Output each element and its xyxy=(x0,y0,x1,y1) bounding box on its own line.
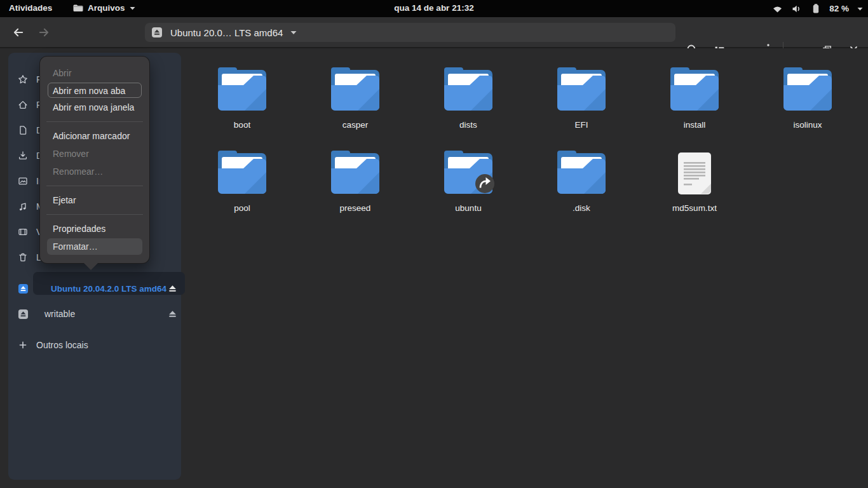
drive-icon xyxy=(151,27,163,38)
video-icon xyxy=(18,227,28,237)
location-label: Ubuntu 20.0… LTS amd64 xyxy=(170,27,283,38)
trash-icon xyxy=(18,252,28,262)
symlink-emblem-icon xyxy=(475,174,494,193)
menu-item-abrir-em-nova-aba[interactable]: Abrir em nova aba xyxy=(48,83,142,98)
menu-item-ejetar[interactable]: Ejetar xyxy=(40,191,149,209)
menu-item-adicionar-marcador[interactable]: Adicionar marcador xyxy=(40,127,149,145)
device-label: writable xyxy=(44,309,75,319)
file-grid: boot casper dists EFI install isolinux p… xyxy=(186,61,864,227)
menu-separator xyxy=(46,214,143,215)
drive-icon xyxy=(18,309,29,320)
file-name-label: install xyxy=(684,120,706,130)
menu-item-renomear: Renomear… xyxy=(40,163,149,180)
folder-item-casper[interactable]: casper xyxy=(299,61,412,144)
file-name-label: ubuntu xyxy=(455,203,481,213)
file-name-label: pool xyxy=(234,203,250,213)
folder-icon xyxy=(780,65,836,112)
volume-icon xyxy=(791,4,803,14)
folder-item-install[interactable]: install xyxy=(638,61,751,144)
sidebar-device-writable[interactable]: writable xyxy=(18,302,172,325)
shell-top-bar: Atividades Arquivos qua 14 de abr 21:32 xyxy=(0,0,868,17)
eject-button[interactable] xyxy=(167,283,177,294)
file-item-md5sum.txt[interactable]: md5sum.txt xyxy=(638,144,751,227)
location-bar-button[interactable]: Ubuntu 20.0… LTS amd64 xyxy=(145,23,675,42)
file-name-label: EFI xyxy=(574,120,588,130)
drive-icon xyxy=(18,283,29,294)
folder-icon xyxy=(214,148,270,195)
file-name-label: isolinux xyxy=(793,120,822,130)
folder-item-dot-disk[interactable]: .disk xyxy=(525,144,638,227)
sidebar-device-ubuntu-iso[interactable]: Ubuntu 20.04.2.0 LTS amd64 xyxy=(18,277,172,300)
folder-item-isolinux[interactable]: isolinux xyxy=(751,61,864,144)
shell-clock[interactable]: qua 14 de abr 21:32 xyxy=(0,3,868,13)
window-content: FavoritosPasta pessoalDocumentosDownload… xyxy=(0,48,868,488)
battery-icon xyxy=(811,3,821,14)
menu-item-propriedades[interactable]: Propriedades xyxy=(40,220,149,238)
music-icon xyxy=(18,201,28,212)
folder-item-ubuntu[interactable]: ubuntu xyxy=(412,144,525,227)
folder-icon xyxy=(327,65,383,112)
eject-button[interactable] xyxy=(167,309,177,319)
menu-item-abrir-em-nova-janela[interactable]: Abrir em nova janela xyxy=(40,98,149,116)
textfile-icon xyxy=(667,148,722,195)
folder-item-dists[interactable]: dists xyxy=(412,61,525,144)
wifi-icon xyxy=(772,4,783,14)
chevron-down-icon xyxy=(857,7,863,11)
file-name-label: md5sum.txt xyxy=(672,203,717,213)
image-icon xyxy=(18,176,28,186)
file-name-label: .disk xyxy=(573,203,590,213)
menu-item-abrir: Abrir xyxy=(40,64,149,82)
context-menu: AbrirAbrir em nova abaAbrir em nova jane… xyxy=(39,56,150,264)
header-bar: Ubuntu 20.0… LTS amd64 xyxy=(0,17,868,48)
menu-item-remover: Remover xyxy=(40,145,149,163)
folder-item-preseed[interactable]: preseed xyxy=(299,144,412,227)
back-button[interactable] xyxy=(13,27,24,38)
folder-icon xyxy=(440,65,496,112)
download-icon xyxy=(18,151,28,161)
chevron-down-icon xyxy=(290,30,297,35)
file-name-label: boot xyxy=(234,120,250,130)
sidebar-item-other-locations[interactable]: Outros locais xyxy=(8,332,181,358)
folder-item-EFI[interactable]: EFI xyxy=(525,61,638,144)
sidebar-item-label: Outros locais xyxy=(36,340,88,350)
menu-item-formatar[interactable]: Formatar… xyxy=(47,238,142,255)
folder-icon xyxy=(553,65,609,112)
folder-icon xyxy=(327,148,383,195)
folder-icon xyxy=(553,148,609,195)
menu-separator xyxy=(46,186,143,186)
file-name-label: casper xyxy=(342,120,369,130)
document-icon xyxy=(18,125,28,135)
home-icon xyxy=(18,100,28,110)
folder-icon xyxy=(667,65,722,112)
system-status-area[interactable]: 82 % xyxy=(772,0,863,17)
plus-icon xyxy=(18,340,28,350)
folder-icon xyxy=(440,148,496,195)
battery-percent-label: 82 % xyxy=(829,4,849,13)
menu-separator xyxy=(46,121,143,122)
folder-icon xyxy=(214,65,270,112)
file-name-label: dists xyxy=(459,120,477,130)
device-label: Ubuntu 20.04.2.0 LTS amd64 xyxy=(51,284,166,294)
file-name-label: preseed xyxy=(340,203,371,213)
star-icon xyxy=(18,74,28,85)
folder-item-boot[interactable]: boot xyxy=(186,61,299,144)
forward-button[interactable] xyxy=(38,27,50,38)
folder-item-pool[interactable]: pool xyxy=(186,144,299,227)
